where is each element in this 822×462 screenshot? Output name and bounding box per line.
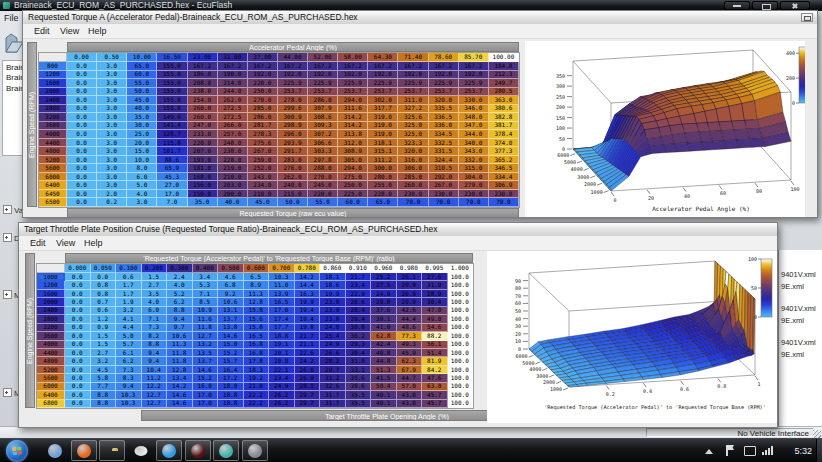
xml-file-item[interactable]: 9E.xml	[781, 316, 804, 325]
table-cell[interactable]: 292.0	[429, 173, 459, 182]
table-cell[interactable]: 234.0	[248, 181, 278, 190]
table-cell[interactable]: 21.0	[244, 383, 270, 391]
table-cell[interactable]: 298.9	[278, 122, 308, 131]
table-cell[interactable]: 70.0	[459, 198, 489, 207]
table-cell[interactable]: 28.1	[295, 383, 321, 391]
table-cell[interactable]: 0.0	[67, 181, 97, 190]
table-cell[interactable]: 16.5	[269, 298, 295, 306]
col-header[interactable]: 71.40	[398, 53, 428, 62]
table-cell[interactable]: 184.8	[489, 62, 519, 71]
table-cell[interactable]: 266.0	[218, 122, 248, 131]
table-cell[interactable]: 17.4	[269, 315, 295, 323]
col-header[interactable]: 0.780	[295, 264, 321, 273]
row-header[interactable]: 4800	[37, 357, 65, 365]
table-cell[interactable]: 20.0	[127, 139, 157, 148]
table-cell[interactable]: 249.7	[489, 79, 519, 88]
table-cell[interactable]: 55.0	[127, 79, 157, 88]
table-cell[interactable]: 0.0	[65, 315, 91, 323]
table-cell[interactable]: 27.6	[422, 273, 448, 281]
col-header[interactable]: 23.00	[188, 53, 218, 62]
table-cell[interactable]: 3.0	[97, 71, 127, 80]
menu-item-edit[interactable]: Edit	[30, 236, 46, 250]
table-cell[interactable]: 29.7	[320, 366, 346, 374]
table-cell[interactable]: 16.8	[244, 349, 270, 357]
table-cell[interactable]: 18.8	[218, 400, 244, 408]
table-cell[interactable]: 17.8	[244, 357, 270, 365]
col-header[interactable]: 1.000	[448, 264, 474, 273]
xml-file-item[interactable]: 9E.xml	[781, 350, 804, 359]
table-cell[interactable]: 306.6	[308, 139, 338, 148]
table-cell[interactable]: 15.7	[218, 357, 244, 365]
child-window-target-throttle[interactable]: Target Throttle Plate Position Cruise (R…	[18, 222, 778, 428]
table-cell[interactable]: 16.0	[193, 383, 219, 391]
table-cell[interactable]: 225.9	[368, 79, 398, 88]
table-cell[interactable]: 340.0	[459, 139, 489, 148]
table-cell[interactable]: 10.3	[269, 273, 295, 281]
table-cell[interactable]: 51.4	[422, 349, 448, 357]
table-cell[interactable]: 306.9	[489, 181, 519, 190]
table-cell[interactable]: 141.4	[157, 122, 187, 131]
table-cell[interactable]: 215.0	[278, 190, 308, 199]
table-cell[interactable]: 19.2	[244, 374, 270, 382]
table-cell[interactable]: 67.9	[397, 366, 423, 374]
row-header[interactable]: 6800	[37, 400, 65, 408]
table-cell[interactable]: 15.2	[193, 374, 219, 382]
row-header[interactable]: 2800	[37, 315, 65, 323]
row-header[interactable]: 2800	[39, 105, 67, 114]
table-cell[interactable]: 5.3	[193, 281, 219, 289]
table-cell[interactable]: 323.3	[398, 139, 428, 148]
table-cell[interactable]: 45.0	[248, 198, 278, 207]
table-cell[interactable]: 13.4	[167, 374, 193, 382]
table-cell[interactable]: 24.9	[269, 383, 295, 391]
table-cell[interactable]: 192.0	[248, 71, 278, 80]
table-cell[interactable]: 9.4	[167, 315, 193, 323]
table-cell[interactable]: 100.0	[448, 357, 474, 365]
col-header[interactable]: 0.600	[244, 264, 270, 273]
surface-plot[interactable]: 0501001502002503003501000200030004000500…	[525, 41, 805, 217]
table-cell[interactable]: 19.4	[295, 307, 321, 315]
table-cell[interactable]: 40.1	[371, 391, 397, 399]
table-cell[interactable]: 29.9	[397, 281, 423, 289]
table-cell[interactable]: 278.0	[278, 96, 308, 105]
signal-bars-icon[interactable]	[762, 447, 774, 455]
table-cell[interactable]: 225.9	[308, 79, 338, 88]
table-cell[interactable]: 346.0	[459, 105, 489, 114]
table-cell[interactable]: 19.1	[269, 341, 295, 349]
table-cell[interactable]: 312.0	[338, 139, 368, 148]
table-cell[interactable]: 18.6	[320, 281, 346, 289]
table-cell[interactable]: 311.2	[368, 156, 398, 165]
table-cell[interactable]: 43.0	[397, 391, 423, 399]
col-header[interactable]: 10.00	[127, 53, 157, 62]
table-cell[interactable]: 17.2	[218, 374, 244, 382]
table-cell[interactable]: 29.4	[346, 315, 372, 323]
table-cell[interactable]: 9.4	[116, 383, 142, 391]
table-cell[interactable]: 186.0	[188, 71, 218, 80]
table-cell[interactable]: 267.0	[429, 181, 459, 190]
table-cell[interactable]: 3.0	[97, 173, 127, 182]
table-cell[interactable]: 210.0	[218, 173, 248, 182]
table-cell[interactable]: 29.9	[397, 298, 423, 306]
table-cell[interactable]: 13.7	[193, 357, 219, 365]
table-cell[interactable]: 8.8	[91, 400, 117, 408]
table-cell[interactable]: 324.4	[429, 156, 459, 165]
table-cell[interactable]: 13.5	[193, 349, 219, 357]
table-cell[interactable]: 47.0	[422, 307, 448, 315]
minimize-button[interactable]	[724, 1, 750, 10]
col-header[interactable]: 31.00	[218, 53, 248, 62]
table-cell[interactable]: 192.0	[308, 71, 338, 80]
table-cell[interactable]: 100.0	[448, 332, 474, 340]
table-cell[interactable]: 45.3	[157, 173, 187, 182]
table-cell[interactable]: 10.3	[116, 391, 142, 399]
col-header[interactable]: 85.70	[459, 53, 489, 62]
table-cell[interactable]: 9.2	[218, 290, 244, 298]
table-cell[interactable]: 4.4	[116, 324, 142, 332]
table-cell[interactable]: 49.0	[422, 315, 448, 323]
param-tree-item[interactable]: Va	[3, 205, 23, 215]
table-cell[interactable]: 70.0	[489, 198, 519, 207]
table-cell[interactable]: 243.0	[248, 173, 278, 182]
rom-list[interactable]: BrainBrainBrain	[2, 60, 24, 156]
table-cell[interactable]: 18.0	[218, 383, 244, 391]
col-header[interactable]: 0.00	[67, 53, 97, 62]
table-cell[interactable]: 276.0	[278, 164, 308, 173]
surface-plot[interactable]: 0102030405060708090100020003000400050006…	[487, 251, 777, 423]
